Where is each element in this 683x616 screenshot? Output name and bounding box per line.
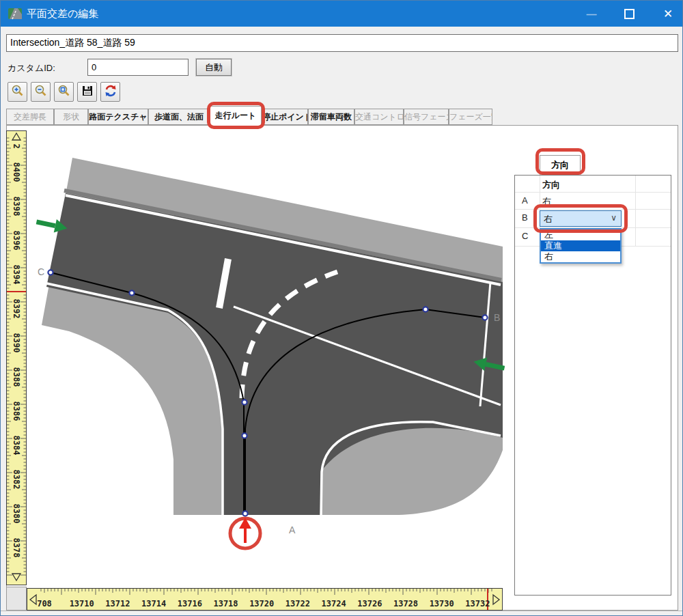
combo-value: 右 bbox=[544, 213, 553, 225]
auto-button[interactable]: 自動 bbox=[196, 59, 232, 76]
ruler-label: 8392 bbox=[12, 299, 21, 319]
dialog-window: 平面交差の編集 — ✕ カスタムID: 自動 交差脚長形状路面テクスチャ歩道面、… bbox=[0, 0, 683, 616]
route-node[interactable] bbox=[423, 307, 428, 311]
ruler-label: 13724 bbox=[322, 599, 346, 608]
save-button[interactable] bbox=[77, 82, 97, 102]
ruler-label: 13722 bbox=[285, 599, 310, 608]
direction-column-header: 方向 bbox=[542, 179, 560, 191]
ruler-label: 13716 bbox=[178, 599, 202, 608]
zoom-in-button[interactable] bbox=[8, 82, 27, 102]
grid-line bbox=[635, 176, 636, 246]
intersection-name-input[interactable] bbox=[6, 34, 678, 52]
subtab-direction[interactable]: 方向 bbox=[540, 155, 581, 175]
tab-running-route[interactable]: 走行ルート bbox=[210, 106, 262, 126]
tab-sidewalk-slope[interactable]: 歩道面、法面 bbox=[148, 109, 210, 125]
tab-stop-point[interactable]: 停止ポイント bbox=[262, 109, 308, 125]
route-node[interactable] bbox=[48, 270, 53, 275]
ruler-label: 8384 bbox=[12, 436, 21, 456]
ruler-label: 8380 bbox=[12, 504, 21, 524]
maximize-button[interactable] bbox=[613, 1, 645, 27]
ruler-label: 13712 bbox=[105, 599, 130, 608]
tab-road-texture[interactable]: 路面テクスチャ bbox=[88, 109, 148, 125]
horizontal-ruler[interactable]: 7081371013712137141371613718137201372213… bbox=[27, 588, 503, 611]
row-key-B[interactable]: B bbox=[522, 212, 528, 223]
grid-line bbox=[515, 192, 671, 193]
direction-dropdown-list: 左直進右 bbox=[540, 228, 622, 264]
tab-leg-length: 交差脚長 bbox=[6, 109, 54, 125]
route-node[interactable] bbox=[482, 315, 487, 320]
route-node[interactable] bbox=[242, 433, 247, 438]
window-bottom-frame bbox=[1, 611, 682, 616]
zoom-region-icon bbox=[57, 84, 71, 100]
ruler-label: 8398 bbox=[12, 197, 21, 216]
title-bar[interactable]: 平面交差の編集 — ✕ bbox=[1, 1, 682, 27]
endpoint-label-c: C bbox=[38, 266, 44, 277]
route-node[interactable] bbox=[242, 511, 247, 516]
tab-signal-phase: 信号フェーズ bbox=[404, 109, 449, 125]
direction-combo[interactable]: 右 ∨ bbox=[540, 210, 622, 227]
ruler-label: 13726 bbox=[357, 599, 382, 608]
ruler-label: 8388 bbox=[12, 367, 21, 387]
row-value-A[interactable]: 右 bbox=[542, 195, 551, 208]
refresh-icon bbox=[104, 84, 117, 100]
ruler-label: 708 bbox=[37, 599, 52, 608]
endpoint-label-a: A bbox=[289, 524, 296, 535]
ruler-label: 8382 bbox=[12, 470, 21, 490]
map-canvas[interactable]: C B A bbox=[27, 130, 505, 585]
minimize-button[interactable]: — bbox=[576, 1, 607, 27]
ruler-label: 8396 bbox=[12, 231, 21, 251]
ruler-label: 8400 bbox=[12, 163, 21, 182]
dropdown-option-直進[interactable]: 直進 bbox=[541, 240, 620, 251]
ruler-label: 13718 bbox=[213, 599, 238, 608]
zoom-in-icon bbox=[11, 84, 25, 100]
zoom-out-button[interactable] bbox=[31, 82, 51, 102]
grid-line bbox=[515, 209, 671, 210]
row-key-C[interactable]: C bbox=[522, 231, 528, 241]
ruler-label: 8394 bbox=[12, 265, 21, 285]
close-button[interactable]: ✕ bbox=[652, 1, 683, 27]
custom-id-input[interactable] bbox=[87, 59, 189, 76]
dropdown-option-左[interactable]: 左 bbox=[541, 229, 620, 240]
annotation-start-point bbox=[230, 518, 260, 548]
save-icon bbox=[81, 84, 94, 100]
refresh-button[interactable] bbox=[100, 82, 120, 102]
ruler-label: 13730 bbox=[430, 599, 454, 608]
route-node[interactable] bbox=[242, 400, 247, 404]
chevron-down-icon: ∨ bbox=[611, 213, 617, 223]
ruler-label: 13714 bbox=[141, 599, 166, 608]
tab-shape: 形状 bbox=[54, 109, 88, 125]
row-key-A[interactable]: A bbox=[522, 195, 528, 206]
ruler-label: 8390 bbox=[12, 333, 21, 353]
zoom-region-button[interactable] bbox=[54, 82, 74, 102]
tab-queued-vehicles[interactable]: 滞留車両数 bbox=[308, 109, 354, 125]
route-node[interactable] bbox=[129, 290, 134, 295]
custom-id-label: カスタムID: bbox=[8, 62, 55, 74]
zoom-out-icon bbox=[34, 84, 48, 100]
tab-traffic-control: 交通コントロール bbox=[354, 109, 404, 125]
vertical-ruler[interactable]: 2840083988396839483928390838883868384838… bbox=[6, 130, 27, 585]
ruler-label: 8386 bbox=[12, 402, 21, 421]
app-road-icon bbox=[8, 6, 23, 21]
tab-phase-list: フェーズ一覧 bbox=[449, 109, 492, 125]
ruler-label: 8378 bbox=[12, 538, 21, 558]
maximize-icon bbox=[624, 9, 635, 19]
dropdown-option-右[interactable]: 右 bbox=[541, 251, 620, 262]
window-title: 平面交差の編集 bbox=[27, 8, 98, 20]
ruler-label: 13732 bbox=[465, 599, 490, 608]
endpoint-label-b: B bbox=[494, 312, 500, 323]
ruler-label: 2 bbox=[12, 143, 21, 148]
ruler-label: 13720 bbox=[249, 599, 274, 608]
ruler-corner bbox=[6, 587, 27, 611]
ruler-label: 13728 bbox=[393, 599, 418, 608]
ruler-label: 13710 bbox=[70, 599, 94, 608]
